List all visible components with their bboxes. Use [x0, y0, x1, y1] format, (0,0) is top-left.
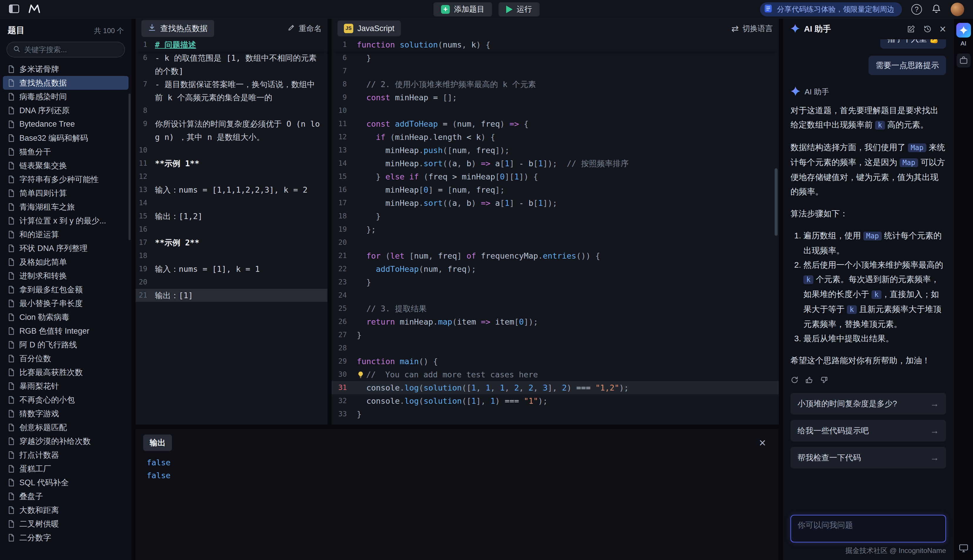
description-line[interactable]: 11**示例 1** [135, 157, 328, 170]
sidebar-item[interactable]: 二分数字 [3, 531, 129, 545]
code-line[interactable]: 13 minHeap.push([num, freq]); [331, 144, 779, 157]
suggestion-button[interactable]: 小顶堆的时间复杂度是多少?→ [791, 393, 946, 415]
language-tab[interactable]: JS JavaScript [338, 20, 401, 37]
sidebar-item[interactable]: 简单四则计算 [3, 186, 129, 200]
code-line[interactable]: 1function solution(nums, k) { [331, 38, 779, 51]
sidebar-item[interactable]: 链表聚集交换 [3, 158, 129, 172]
description-line[interactable]: 13输入：nums = [1,1,1,2,2,3], k = 2 [135, 183, 328, 197]
code-line[interactable]: 10 [331, 104, 779, 117]
close-ai-panel-icon[interactable]: × [940, 23, 946, 35]
sidebar-item[interactable]: SQL 代码补全 [3, 475, 129, 489]
description-line[interactable]: 14 [135, 197, 328, 210]
sidebar-item[interactable]: 字符串有多少种可能性 [3, 172, 129, 186]
ai-chat-input[interactable] [797, 521, 939, 530]
description-line[interactable]: 15输出：[1,2] [135, 210, 328, 223]
description-line[interactable]: 7- 题目数据保证答案唯一，换句话说，数组中前 k 个高频元素的集合是唯一的 [135, 78, 328, 104]
regenerate-icon[interactable] [791, 376, 799, 384]
sidebar-item[interactable]: 查找热点数据 [3, 76, 129, 90]
suggestion-button[interactable]: 给我一些代码提示吧→ [791, 420, 946, 442]
sidebar-item[interactable]: Cion 勒索病毒 [3, 310, 129, 324]
help-icon[interactable]: ? [911, 4, 922, 15]
code-line[interactable]: 24 [331, 289, 779, 302]
code-line[interactable]: 8 // 2. 使用小顶堆来维护频率最高的 k 个元素 [331, 78, 779, 91]
add-problem-button[interactable]: + 添加题目 [433, 2, 492, 17]
sidebar-item[interactable]: 暴雨梨花针 [3, 379, 129, 393]
code-line[interactable]: 15 } else if (freq > minHeap[0][1]) { [331, 170, 779, 183]
sidebar-item[interactable]: 阿 D 的飞行路线 [3, 338, 129, 352]
code-line[interactable]: 28 [331, 342, 779, 355]
ai-chat-area[interactable]: 指了个入里 💪 需要一点思路提示 AI 助手 对于这道题，首先要理解题目是要求找… [783, 39, 954, 508]
code-line[interactable]: 14 minHeap.sort((a, b) => a[1] - b[1]); … [331, 157, 779, 170]
sidebar-toggle-icon[interactable] [9, 4, 19, 15]
app-logo[interactable] [28, 4, 40, 15]
sidebar-item[interactable]: RGB 色值转 Integer [3, 324, 129, 338]
code-line[interactable]: 23 } [331, 276, 779, 289]
sidebar-item[interactable]: 拿到最多红包金额 [3, 283, 129, 297]
sidebar-item[interactable]: 大数和距离 [3, 503, 129, 517]
code-line[interactable]: 7 [331, 65, 779, 78]
monitor-icon[interactable] [958, 543, 969, 553]
bell-icon[interactable] [931, 4, 941, 15]
code-line[interactable]: 21 for (let [num, freq] of frequencyMap.… [331, 249, 779, 262]
description-line[interactable]: 21输出：[1] [135, 289, 328, 302]
sidebar-scrollbar[interactable] [129, 93, 130, 240]
description-line[interactable]: 10 [135, 144, 328, 157]
description-line[interactable]: 17**示例 2** [135, 236, 328, 249]
description-line[interactable]: 12 [135, 170, 328, 183]
code-line[interactable]: 19 }; [331, 223, 779, 236]
sidebar-item[interactable]: 多米诺骨牌 [3, 62, 129, 76]
lightbulb-icon[interactable] [357, 369, 364, 381]
editor-scrollbar[interactable] [775, 168, 777, 236]
description-editor[interactable]: 1# 问题描述6- k 的取值范围是 [1, 数组中不相同的元素的个数]7- 题… [135, 38, 328, 425]
code-line[interactable]: 30// You can add more test cases here [331, 368, 779, 381]
ai-assistant-launcher[interactable] [956, 23, 971, 38]
code-editor[interactable]: 1function solution(nums, k) {6 }78 // 2.… [331, 38, 779, 425]
sidebar-item[interactable]: 不再贪心的小包 [3, 393, 129, 407]
sidebar-item[interactable]: 环状 DNA 序列整理 [3, 241, 129, 255]
sidebar-item[interactable]: 创意标题匹配 [3, 420, 129, 434]
description-line[interactable]: 18 [135, 249, 328, 262]
sidebar-item[interactable]: 及格如此简单 [3, 255, 129, 269]
code-line[interactable]: 12 if (minHeap.length < k) { [331, 130, 779, 144]
thumbs-down-icon[interactable] [820, 376, 828, 384]
code-line[interactable]: 22 addToHeap(num, freq); [331, 262, 779, 276]
description-line[interactable]: 20 [135, 276, 328, 289]
sidebar-item[interactable]: 穿越沙漠的补给次数 [3, 434, 129, 448]
promo-banner[interactable]: 分享代码练习体验，领限量定制周边 [760, 2, 902, 17]
sidebar-item[interactable]: 猫鱼分干 [3, 145, 129, 158]
code-line[interactable]: 20 [331, 236, 779, 249]
new-chat-icon[interactable] [907, 25, 916, 33]
sidebar-item[interactable]: 打点计数器 [3, 448, 129, 462]
run-button[interactable]: 运行 [498, 2, 540, 17]
sidebar-item[interactable]: Base32 编码和解码 [3, 131, 129, 145]
sidebar-item[interactable]: DNA 序列还原 [3, 103, 129, 117]
description-tab[interactable]: 查找热点数据 [141, 20, 214, 37]
thumbs-up-icon[interactable] [805, 376, 813, 384]
sidebar-item[interactable]: 二叉树供暖 [3, 517, 129, 531]
code-line[interactable]: 29function main() { [331, 355, 779, 368]
toolbox-button[interactable] [956, 53, 971, 67]
code-line[interactable]: 25 // 3. 提取结果 [331, 302, 779, 315]
description-line[interactable]: 19输入：nums = [1], k = 1 [135, 262, 328, 276]
code-line[interactable]: 11 const addToHeap = (num, freq) => { [331, 117, 779, 130]
sidebar-item[interactable]: 蛋糕工厂 [3, 462, 129, 475]
search-box[interactable] [7, 42, 125, 57]
code-line[interactable]: 6 } [331, 51, 779, 65]
code-line[interactable]: 31 console.log(solution([1, 1, 1, 2, 2, … [331, 381, 779, 394]
sidebar-item[interactable]: 和的逆运算 [3, 228, 129, 241]
code-line[interactable]: 9 const minHeap = []; [331, 91, 779, 104]
ai-input-box[interactable] [791, 515, 946, 542]
sidebar-item[interactable]: Bytedance Tree [3, 117, 129, 131]
user-avatar[interactable] [951, 3, 964, 16]
sidebar-item[interactable]: 计算位置 x 到 y 的最少... [3, 214, 129, 228]
search-input[interactable] [24, 45, 119, 54]
code-line[interactable]: 17 minHeap.sort((a, b) => a[1] - b[1]); [331, 197, 779, 210]
suggestion-button[interactable]: 帮我检查一下代码→ [791, 447, 946, 468]
switch-language-button[interactable]: ⇄ 切换语言 [732, 23, 773, 34]
description-line[interactable]: 9你所设计算法的时间复杂度必须优于 O (n log n) ，其中 n 是数组大… [135, 117, 328, 144]
close-output-icon[interactable]: × [754, 437, 771, 448]
description-line[interactable]: 1# 问题描述 [135, 38, 328, 51]
description-line[interactable]: 16 [135, 223, 328, 236]
sidebar-item[interactable]: 最小替换子串长度 [3, 297, 129, 310]
description-line[interactable]: 6- k 的取值范围是 [1, 数组中不相同的元素的个数] [135, 51, 328, 78]
